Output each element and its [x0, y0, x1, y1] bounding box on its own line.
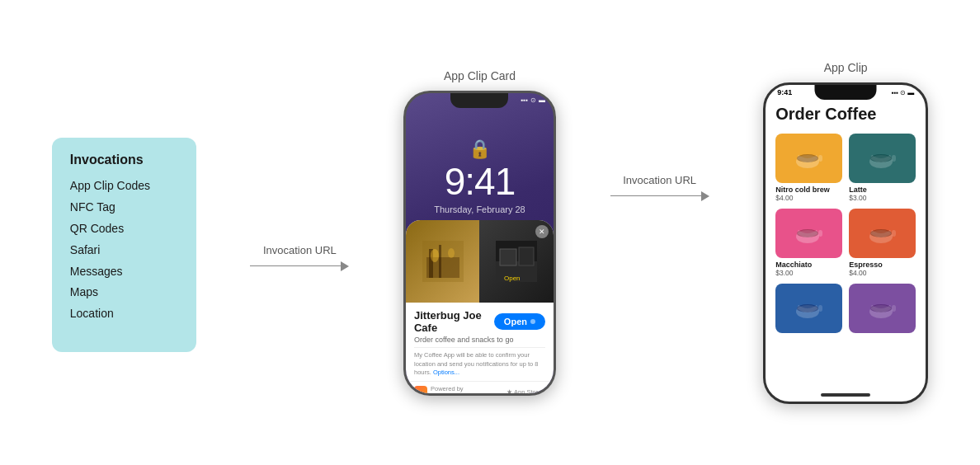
coffee-img-2: [775, 209, 842, 258]
phone2-time: 9:41: [777, 88, 792, 96]
phone1: ▪▪▪ ⊙ ▬ 🔒 9:41 Thursday, February 28: [403, 91, 556, 396]
phone2-title: Order Coffee: [775, 105, 916, 124]
arrow1-line: [250, 261, 349, 271]
invocations-title: Invocations: [70, 153, 178, 167]
card-footer-left: Powered by My Coffee App: [414, 385, 471, 394]
coffee-img-0: [775, 134, 842, 183]
card-image-left: [406, 220, 480, 303]
svg-point-19: [797, 229, 818, 237]
card-content: Jitterbug Joe Cafe Open Order coffee and…: [406, 303, 554, 381]
arrow1-shaft: [250, 265, 341, 267]
coffee-price-3: $4.00: [849, 269, 916, 277]
phone2-status-icons: ▪▪▪ ⊙ ▬: [892, 89, 915, 96]
coffee-cup-4-icon: [794, 297, 825, 320]
card-footer: Powered by My Coffee App ★ App Store ›: [406, 381, 554, 394]
arrow2-shaft: [610, 195, 701, 197]
coffee-name-0: Nitro cold brew: [775, 186, 842, 194]
invocations-item-2: NFC Tag: [70, 197, 178, 218]
phone2-label: App Clip: [824, 61, 868, 74]
card-permission-text: My Coffee App will be able to confirm yo…: [414, 351, 545, 378]
coffee-item-0: Nitro cold brew $4.00: [775, 134, 842, 202]
coffee-item-4: [775, 284, 842, 336]
app-clip-card: Open ✕ Jitterbug Joe Cafe Open Order cof…: [406, 220, 554, 393]
svg-point-28: [870, 304, 892, 312]
app-icon: [414, 386, 427, 394]
phone2-status: 9:41 ▪▪▪ ⊙ ▬: [777, 88, 914, 96]
svg-point-4: [431, 249, 439, 262]
coffee-price-0: $4.00: [775, 194, 842, 202]
invocations-item-6: Maps: [70, 282, 178, 303]
main-container: Invocations App Clip Codes NFC Tag QR Co…: [0, 0, 980, 465]
svg-point-16: [870, 154, 892, 162]
phone1-status: ▪▪▪ ⊙ ▬: [521, 96, 545, 104]
card-footer-app-name: Powered by My Coffee App: [431, 385, 471, 394]
svg-point-13: [797, 154, 818, 162]
coffee-img-5: [849, 284, 916, 333]
coffee-name-1: Latte: [849, 186, 916, 194]
coffee-img-4: [775, 284, 842, 333]
invocations-item-1: App Clip Codes: [70, 176, 178, 197]
phone1-time: 9:41: [406, 159, 554, 204]
coffee-cup-3-icon: [867, 222, 898, 245]
invocations-item-5: Messages: [70, 261, 178, 283]
phone2-wifi-icon: ⊙: [900, 89, 906, 96]
phone2-battery-icon: ▬: [907, 89, 914, 96]
phone2-signal-icon: ▪▪▪: [892, 89, 899, 96]
cafe-exterior-icon: Open: [496, 241, 537, 282]
svg-rect-8: [500, 249, 516, 265]
coffee-grid: Nitro cold brew $4.00 Latte: [775, 134, 916, 336]
svg-rect-15: [892, 155, 896, 162]
permission-options-link[interactable]: Options...: [433, 369, 459, 376]
coffee-item-2: Macchiato $3.00: [775, 209, 842, 277]
cafe-interior-icon: [422, 241, 464, 282]
coffee-name-3: Espresso: [849, 261, 916, 269]
phone1-label: App Clip Card: [444, 69, 516, 82]
card-business-name: Jitterbug Joe Cafe: [414, 309, 494, 334]
coffee-img-3: [849, 209, 916, 258]
appstore-label: ★ App Store ›: [506, 388, 545, 393]
coffee-cup-5-icon: [867, 297, 898, 320]
card-open-button[interactable]: Open: [494, 313, 545, 330]
svg-text:Open: Open: [504, 275, 521, 282]
invocations-item-7: Location: [70, 303, 178, 325]
phone1-notch: [450, 93, 508, 108]
svg-point-22: [870, 229, 892, 237]
coffee-cup-0-icon: [794, 147, 825, 170]
svg-rect-12: [818, 155, 822, 162]
invocations-box: Invocations App Clip Codes NFC Tag QR Co…: [52, 138, 196, 352]
svg-point-25: [797, 304, 818, 312]
arrow2-label: Invocation URL: [623, 174, 696, 186]
svg-rect-3: [439, 245, 441, 278]
svg-rect-18: [818, 230, 822, 237]
svg-rect-21: [892, 230, 896, 237]
coffee-price-2: $3.00: [775, 269, 842, 277]
card-divider: [414, 347, 545, 348]
card-close-button[interactable]: ✕: [535, 225, 549, 238]
coffee-item-3: Espresso $4.00: [849, 209, 916, 277]
coffee-name-2: Macchiato: [775, 261, 842, 269]
invocations-item-4: Safari: [70, 240, 178, 261]
phone2: 9:41 ▪▪▪ ⊙ ▬ Order Coffee: [763, 82, 928, 404]
coffee-cup-1-icon: [867, 147, 898, 170]
card-subtitle: Order coffee and snacks to go: [414, 336, 545, 344]
lock-icon: 🔒: [469, 139, 491, 160]
battery-icon: ▬: [539, 96, 545, 104]
open-button-label: Open: [504, 317, 527, 326]
svg-rect-24: [818, 305, 822, 312]
arrow1-section: Invocation URL: [250, 244, 349, 271]
coffee-cup-2-icon: [794, 222, 825, 245]
signal-icon: ▪▪▪: [521, 96, 528, 104]
arrow1-head: [341, 261, 349, 271]
invocations-item-3: QR Codes: [70, 218, 178, 240]
phone2-content: Order Coffee Nitro cold brew $4: [766, 85, 926, 402]
arrow2-line: [610, 191, 709, 201]
coffee-item-5: [849, 284, 916, 336]
wifi-icon: ⊙: [530, 96, 536, 104]
coffee-img-1: [849, 134, 916, 183]
phone1-date: Thursday, February 28: [406, 204, 554, 214]
coffee-price-1: $3.00: [849, 194, 916, 202]
svg-point-5: [448, 248, 455, 258]
svg-rect-27: [892, 305, 896, 312]
arrow2-head: [701, 191, 709, 201]
home-indicator: [821, 393, 870, 397]
